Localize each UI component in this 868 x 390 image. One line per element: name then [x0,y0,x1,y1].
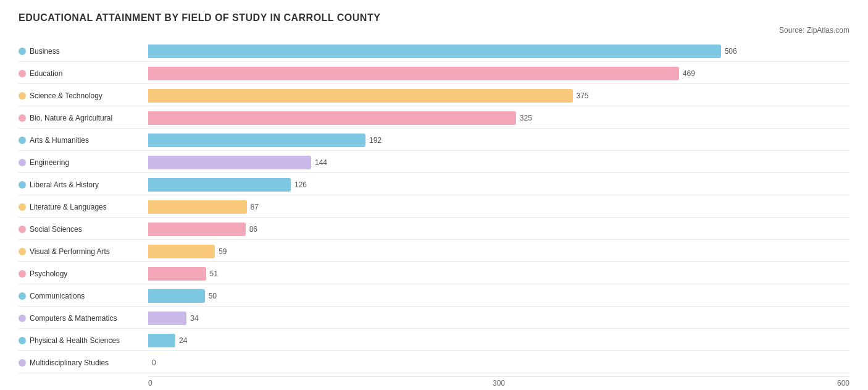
bar-row: Social Sciences86 [19,219,849,240]
bar-area: 24 [148,334,849,347]
bar-row: Liberal Arts & History126 [19,174,849,195]
bar-label: Liberal Arts & History [19,180,148,189]
label-text: Psychology [30,269,67,278]
bar-fill [148,89,573,103]
label-text: Computers & Mathematics [30,314,117,323]
label-dot [19,337,26,344]
bar-fill [148,134,365,147]
label-text: Bio, Nature & Agricultural [30,114,112,122]
label-text: Engineering [30,158,69,167]
bar-area: 375 [148,89,849,103]
bar-value-label: 192 [369,136,382,145]
bar-label: Multidisciplinary Studies [19,358,148,367]
bar-row: Education469 [19,63,849,84]
label-text: Arts & Humanities [30,136,89,145]
bar-fill [148,111,516,125]
bar-row: Visual & Performing Arts59 [19,241,849,262]
bar-area: 325 [148,111,849,125]
bar-row: Computers & Mathematics34 [19,308,849,329]
bar-value-label: 325 [520,114,532,122]
bar-fill [148,45,721,58]
bar-area: 192 [148,134,849,147]
bar-value-label: 24 [179,336,187,345]
label-text: Liberal Arts & History [30,180,99,189]
chart-title: EDUCATIONAL ATTAINMENT BY FIELD OF STUDY… [19,12,849,23]
label-text: Education [30,69,62,78]
bar-label: Visual & Performing Arts [19,247,148,256]
bar-value-label: 375 [577,91,589,100]
bar-label: Physical & Health Sciences [19,336,148,345]
bar-row: Psychology51 [19,263,849,284]
bar-area: 51 [148,267,849,281]
label-dot [19,203,26,211]
bar-value-label: 34 [190,314,198,323]
bar-fill [148,267,206,281]
x-tick-600: 600 [616,379,849,388]
bar-area: 126 [148,178,849,192]
bar-row: Business506 [19,41,849,62]
bar-row: Literature & Languages87 [19,197,849,218]
bar-area: 87 [148,200,849,214]
bar-area: 59 [148,245,849,258]
bar-value-label: 51 [210,269,218,278]
label-dot [19,159,26,166]
bar-area: 469 [148,67,849,80]
bar-fill [148,334,175,347]
bar-area: 144 [148,156,849,169]
bar-fill [148,156,311,169]
bar-area: 34 [148,312,849,325]
label-dot [19,315,26,322]
bar-value-label: 86 [249,225,257,234]
bar-value-label: 506 [725,47,737,56]
bar-label: Psychology [19,269,148,278]
bar-area: 86 [148,223,849,236]
label-text: Social Sciences [30,225,82,234]
bar-row: Physical & Health Sciences24 [19,330,849,351]
label-dot [19,48,26,55]
bar-fill [148,223,246,236]
bar-fill [148,67,679,80]
bar-label: Science & Technology [19,91,148,100]
bar-label: Bio, Nature & Agricultural [19,114,148,122]
label-dot [19,181,26,189]
label-text: Multidisciplinary Studies [30,358,109,367]
label-dot [19,292,26,300]
bar-label: Arts & Humanities [19,136,148,145]
label-dot [19,70,26,77]
bar-label: Business [19,47,148,56]
x-tick-0: 0 [148,379,382,388]
bar-label: Education [19,69,148,78]
bar-row: Bio, Nature & Agricultural325 [19,108,849,129]
label-dot [19,226,26,233]
bar-value-label: 59 [219,247,227,256]
x-tick-300: 300 [382,379,616,388]
bar-value-label: 469 [683,69,695,78]
bar-fill [148,178,291,192]
bar-row: Arts & Humanities192 [19,130,849,151]
bar-fill [148,245,215,258]
bar-label: Engineering [19,158,148,167]
bar-area: 0 [148,356,849,370]
bar-area: 506 [148,45,849,58]
bar-value-label: 126 [294,180,307,189]
label-text: Physical & Health Sciences [30,336,120,345]
bar-row: Multidisciplinary Studies0 [19,352,849,373]
bar-fill [148,200,247,214]
bar-row: Science & Technology375 [19,85,849,106]
bar-label: Literature & Languages [19,203,148,211]
bar-fill [148,289,205,303]
bar-label: Computers & Mathematics [19,314,148,323]
bar-row: Engineering144 [19,152,849,173]
label-dot [19,114,26,122]
label-text: Literature & Languages [30,203,107,211]
bar-label: Communications [19,292,148,300]
label-dot [19,248,26,255]
bar-fill [148,312,186,325]
bar-label: Social Sciences [19,225,148,234]
label-text: Visual & Performing Arts [30,247,110,256]
bar-row: Communications50 [19,286,849,307]
x-axis: 0 300 600 [148,376,849,388]
label-text: Communications [30,292,85,300]
source-label: Source: ZipAtlas.com [19,26,849,35]
label-dot [19,92,26,100]
